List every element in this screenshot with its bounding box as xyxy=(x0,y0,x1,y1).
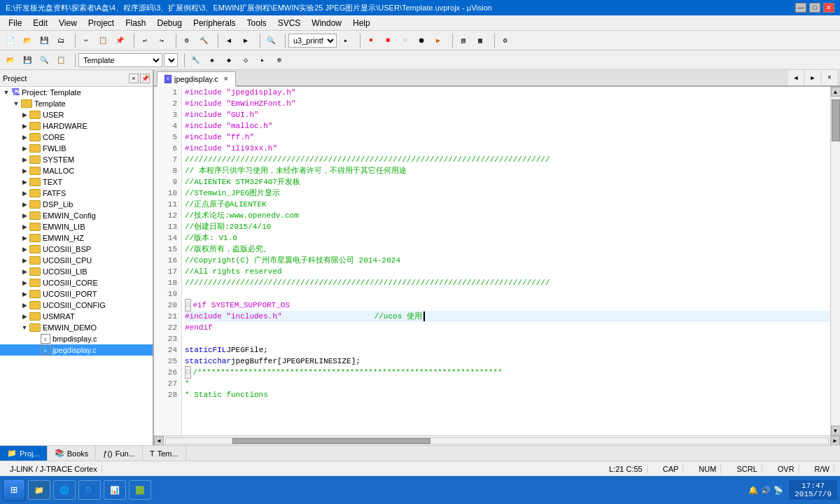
tree-user[interactable]: ▶ USER xyxy=(0,109,153,120)
build-button[interactable]: ⚙ xyxy=(179,33,195,48)
tab-close-all[interactable]: × xyxy=(822,70,837,85)
start-button[interactable]: ⊞ xyxy=(3,479,25,501)
save-all-button[interactable]: 🗂 xyxy=(53,33,69,48)
tree-jpegdisplay[interactable]: ▶ c jpegdisplay.c xyxy=(0,344,153,356)
tree-emwin-lib[interactable]: ▶ EMWIN_LIB xyxy=(0,221,153,232)
h-scroll-track[interactable] xyxy=(165,438,829,444)
taskbar-ie[interactable]: 🌐 xyxy=(53,480,76,500)
bottom-tab-fun[interactable]: ƒ() Fun... xyxy=(96,446,143,461)
menu-file[interactable]: File xyxy=(3,17,27,29)
scroll-up-arrow[interactable]: ▲ xyxy=(831,87,841,97)
menu-window[interactable]: Window xyxy=(306,17,347,29)
tree-emwin-demo[interactable]: ▼ EMWIN_DEMO xyxy=(0,322,153,333)
sidebar-close-btn[interactable]: × xyxy=(129,74,139,83)
debug-btn4[interactable]: ▶ xyxy=(430,33,446,48)
code-editor[interactable]: #include "jpegdisplay.h" #include "EmWin… xyxy=(182,87,840,435)
tree-hardware[interactable]: ▶ HARDWARE xyxy=(0,120,153,132)
menu-edit[interactable]: Edit xyxy=(27,17,53,29)
tab-jpegdisplay[interactable]: c jpegdisplay.c × xyxy=(157,71,236,87)
settings-button[interactable]: ⚙ xyxy=(498,33,513,48)
taskbar-explorer[interactable]: 📁 xyxy=(28,480,50,500)
find-button[interactable]: 🔍 xyxy=(263,33,279,48)
paste-button[interactable]: 📌 xyxy=(112,33,127,48)
rebuild-button[interactable]: 🔨 xyxy=(196,33,211,48)
tree-system[interactable]: ▶ SYSTEM xyxy=(0,154,153,165)
h-scroll-left[interactable]: ◀ xyxy=(154,436,164,446)
tree-emwin-hz[interactable]: ▶ EMWIN_HZ xyxy=(0,232,153,244)
combo-go-button[interactable]: ▸ xyxy=(338,33,354,48)
taskbar-app1[interactable]: 🔵 xyxy=(78,480,101,500)
tree-text[interactable]: ▶ TEXT xyxy=(0,176,153,188)
collapse-26[interactable]: □ xyxy=(185,366,191,379)
tb2-btn10[interactable]: ⊕ xyxy=(272,52,287,68)
bottom-tab-proj[interactable]: 📁 Proj... xyxy=(0,446,48,461)
menu-svcs[interactable]: SVCS xyxy=(272,17,307,29)
tree-dsplib[interactable]: ▶ DSP_Lib xyxy=(0,199,153,210)
debug-start-button[interactable]: ● xyxy=(363,33,379,48)
template-arrow[interactable]: ▼ xyxy=(164,53,178,67)
tree-ucos-bsp[interactable]: ▶ UCOSIII_BSP xyxy=(0,244,153,255)
tab-close-icon[interactable]: × xyxy=(224,75,228,83)
close-button[interactable]: ✕ xyxy=(823,3,834,13)
undo-button[interactable]: ↩ xyxy=(137,33,153,48)
tb2-btn6[interactable]: ◈ xyxy=(204,52,220,68)
debug-btn3[interactable]: ⏺ xyxy=(414,33,429,48)
sidebar-pin-btn[interactable]: 📌 xyxy=(140,74,150,83)
redo-button[interactable]: ↪ xyxy=(154,33,169,48)
save-button[interactable]: 💾 xyxy=(36,33,52,48)
tree-emwin-config[interactable]: ▶ EMWIN_Config xyxy=(0,210,153,221)
tb2-btn1[interactable]: 📂 xyxy=(3,52,18,68)
tree-malloc[interactable]: ▶ MALLOC xyxy=(0,165,153,176)
menu-help[interactable]: Help xyxy=(347,17,376,29)
tb2-btn8[interactable]: ◇ xyxy=(238,52,253,68)
tree-bmpdisplay[interactable]: ▶ c bmpdisplay.c xyxy=(0,333,153,344)
debug-stop-button[interactable]: ■ xyxy=(380,33,396,48)
function-combo[interactable]: u3_printf xyxy=(288,34,337,48)
menu-flash[interactable]: Flash xyxy=(120,17,151,29)
open-button[interactable]: 📂 xyxy=(20,33,35,48)
tree-ucos-cpu[interactable]: ▶ UCOSIII_CPU xyxy=(0,255,153,266)
menu-tools[interactable]: Tools xyxy=(241,17,272,29)
view-btn2[interactable]: ▦ xyxy=(472,33,488,48)
bottom-tab-tem[interactable]: T Tem... xyxy=(143,446,186,461)
scroll-down-arrow[interactable]: ▼ xyxy=(831,426,841,435)
tb2-btn9[interactable]: ▸ xyxy=(255,52,270,68)
menu-peripherals[interactable]: Peripherals xyxy=(188,17,241,29)
tree-fwlib[interactable]: ▶ FWLIB xyxy=(0,143,153,154)
debug-run-button[interactable]: ○ xyxy=(397,33,412,48)
tree-fatfs[interactable]: ▶ FATFS xyxy=(0,188,153,199)
forward-button[interactable]: ▶ xyxy=(238,33,253,48)
new-file-button[interactable]: 📄 xyxy=(3,33,18,48)
menu-view[interactable]: View xyxy=(53,17,83,29)
tree-usmart[interactable]: ▶ USMRAT xyxy=(0,311,153,322)
back-button[interactable]: ◀ xyxy=(221,33,237,48)
bottom-tab-books[interactable]: 📚 Books xyxy=(48,446,97,461)
tb2-btn2[interactable]: 💾 xyxy=(20,52,35,68)
tree-project-root[interactable]: ▼ 🏗 Project: Template xyxy=(0,87,153,98)
tree-ucos-port[interactable]: ▶ UCOSIII_PORT xyxy=(0,288,153,300)
h-scroll-right[interactable]: ▶ xyxy=(830,436,840,446)
tab-nav-left[interactable]: ◀ xyxy=(788,70,804,85)
copy-button[interactable]: 📋 xyxy=(95,33,111,48)
view-btn1[interactable]: ▤ xyxy=(456,33,471,48)
tb2-btn4[interactable]: 📋 xyxy=(53,52,69,68)
menu-project[interactable]: Project xyxy=(83,17,120,29)
tree-ucos-core[interactable]: ▶ UCOSIII_CORE xyxy=(0,277,153,288)
scroll-thumb[interactable] xyxy=(832,99,840,141)
tab-nav-right[interactable]: ▶ xyxy=(805,70,820,85)
tb2-btn7[interactable]: ◆ xyxy=(221,52,237,68)
menu-debug[interactable]: Debug xyxy=(152,17,188,29)
tree-ucos-lib[interactable]: ▶ UCOSIII_LIB xyxy=(0,266,153,277)
template-combo[interactable]: Template xyxy=(78,53,162,67)
taskbar-app3[interactable]: 🟩 xyxy=(129,480,151,500)
tree-core[interactable]: ▶ CORE xyxy=(0,132,153,143)
minimize-button[interactable]: — xyxy=(795,3,806,13)
collapse-20[interactable]: □ xyxy=(185,299,191,312)
tb2-btn3[interactable]: 🔍 xyxy=(36,52,52,68)
maximize-button[interactable]: □ xyxy=(809,3,820,13)
taskbar-app2[interactable]: 📊 xyxy=(104,480,126,500)
h-scroll-thumb[interactable] xyxy=(232,438,431,444)
tree-ucos-config[interactable]: ▶ UCOSIII_CONFIG xyxy=(0,300,153,311)
tb2-btn5[interactable]: 🔧 xyxy=(188,52,203,68)
cut-button[interactable]: ✂ xyxy=(78,33,94,48)
